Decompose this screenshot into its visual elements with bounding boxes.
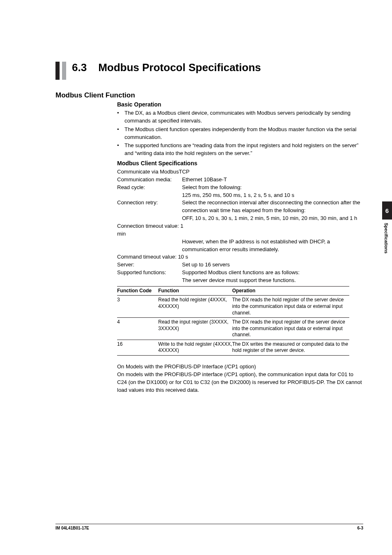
table-row: 3 Read the hold register (4XXXX, 4XXXXX)… [117,295,349,317]
spec-value: Set up to 16 servers [182,261,363,269]
spec-row-conn-timeout-note: However, when the IP address is not esta… [117,238,363,254]
content-column: Basic Operation •The DX, as a Modbus cli… [117,101,363,394]
spec-value: Ethernet 10Base-T [182,176,363,184]
spec-value-line: Supported Modbus client functions are as… [182,269,363,277]
spec-label: Connection retry: [117,199,182,222]
spec-row-server: Server: Set up to 16 servers [117,261,363,269]
spec-row-read-cycle: Read cycle: Select from the following: 1… [117,184,363,199]
spec-value: However, when the IP address is not esta… [182,238,363,254]
list-text: The DX, as a Modbus client device, commu… [125,109,363,125]
table-cell: Read the hold register (4XXXX, 4XXXXX) [158,297,232,316]
chapter-tab-label: Specifications [382,223,389,254]
list-item: •The Modbus client function operates ind… [117,126,363,141]
specs-intro: Communicate via ModbusTCP [117,168,363,176]
section-number: 6.3 [72,62,87,74]
heading-accent-gray [62,62,66,80]
table-header-row: Function Code Function Operation [117,286,349,296]
section-heading-bar: 6.3 Modbus Protocol Specifications [55,62,363,80]
spec-label: Communication media: [117,176,182,184]
section-title: Modbus Protocol Specifications [98,62,261,74]
table-cell: 16 [117,341,158,354]
spec-value-line: OFF, 10 s, 20 s, 30 s, 1 min, 2 min, 5 m… [182,215,363,222]
spec-value: Supported Modbus client functions are as… [182,269,363,284]
spec-row-conn-retry: Connection retry: Select the reconnectio… [117,199,363,222]
chapter-tab-box: 6 [382,201,392,220]
spec-value: Select the reconnection interval after d… [182,199,363,222]
footer-left: IM 04L41B01-17E [55,526,89,530]
subsection-heading: Modbus Client Function [55,91,363,99]
table-row: 4 Read the input register (3XXXX, 3XXXXX… [117,317,349,340]
spec-row-cmd-timeout: Command timeout value: 10 s [117,253,363,261]
table-cell: The DX reads the input register of the s… [232,319,349,338]
spec-label: Connection timeout value: 1 min [117,222,191,238]
list-item: •The DX, as a Modbus client device, comm… [117,109,363,125]
table-cell: 4 [117,319,158,338]
spec-label: Server: [117,261,182,269]
table-header: Function [158,288,232,294]
list-text: The Modbus client function operates inde… [125,126,363,141]
table-cell: The DX reads the hold register of the se… [232,297,349,316]
spec-value-line: 125 ms, 250 ms, 500 ms, 1 s, 2 s, 5 s, a… [182,192,363,199]
table-header: Operation [232,288,349,294]
spec-row-comm-media: Communication media: Ethernet 10Base-T [117,176,363,184]
spec-value-line: Select the reconnection interval after d… [182,199,363,215]
side-tab: 6 Specifications [382,201,392,254]
spec-row-conn-timeout: Connection timeout value: 1 min [117,222,363,238]
note-line: On Models with the PROFIBUS-DP Interface… [117,363,363,371]
list-text: The supported functions are “reading dat… [125,142,363,157]
spec-label: Supported functions: [117,269,182,284]
footer-right: 6-3 [357,526,363,530]
spec-label: Command timeout value: 10 s [117,253,191,261]
spec-row-supported: Supported functions: Supported Modbus cl… [117,269,363,284]
table-header: Function Code [117,288,158,294]
bullet-icon: • [117,126,125,141]
page: 6.3 Modbus Protocol Specifications Modbu… [0,0,392,555]
chapter-number: 6 [385,207,389,214]
table-cell: Write to the hold register (4XXXX, 4XXXX… [158,341,232,354]
table-row: 16 Write to the hold register (4XXXX, 4X… [117,340,349,356]
function-table: Function Code Function Operation 3 Read … [117,286,349,356]
table-cell: The DX writes the measured or computed d… [232,341,349,354]
list-item: •The supported functions are “reading da… [117,142,363,157]
spec-value-line: Select from the following: [182,184,363,192]
basic-operation-heading: Basic Operation [117,101,363,108]
basic-operation-list: •The DX, as a Modbus client device, comm… [117,109,363,157]
specs-heading: Modbus Client Specifications [117,160,363,166]
spec-value: Select from the following: 125 ms, 250 m… [182,184,363,199]
profibus-note: On Models with the PROFIBUS-DP Interface… [117,363,363,394]
table-cell: 3 [117,297,158,316]
specs-list: Communicate via ModbusTCP Communication … [117,168,363,284]
bullet-icon: • [117,109,125,125]
note-line: On models with the PROFIBUS-DP interface… [117,371,363,394]
table-cell: Read the input register (3XXXX, 3XXXXX) [158,319,232,338]
spec-label: Read cycle: [117,184,182,199]
heading-accent-black [55,62,60,80]
page-footer: IM 04L41B01-17E 6-3 [55,524,363,530]
spec-value-line: The server device must support these fun… [182,277,363,284]
spec-label-empty [117,238,182,254]
bullet-icon: • [117,142,125,157]
